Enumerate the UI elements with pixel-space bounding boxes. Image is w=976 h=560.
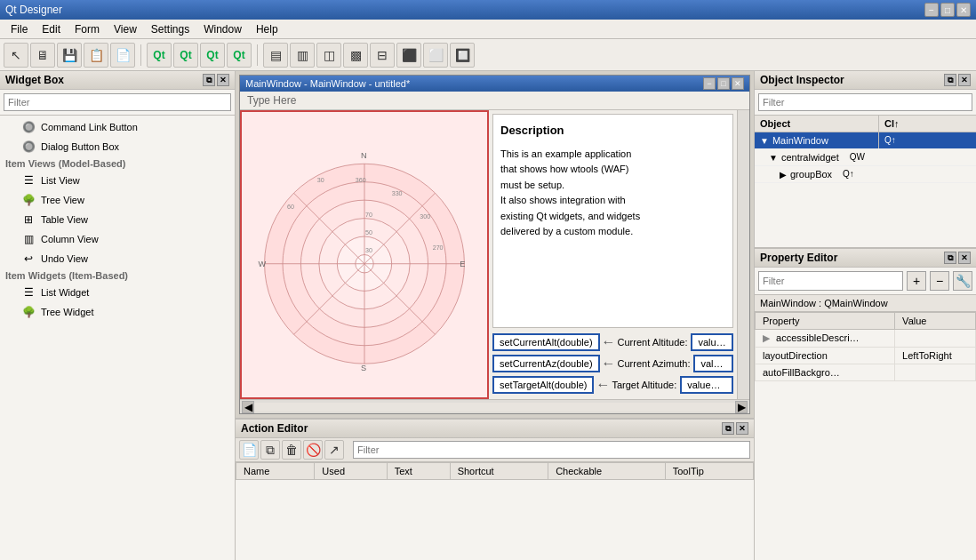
prop-col-value[interactable]: Value (895, 313, 976, 330)
obj-col-object: Object (755, 116, 879, 132)
design-win-min[interactable]: − (703, 77, 716, 90)
prop-row-accessibledescri[interactable]: ▶ accessibleDescri… (756, 330, 976, 348)
action-col-tooltip[interactable]: ToolTip (665, 463, 753, 480)
toolbar-layout2[interactable]: ▥ (290, 43, 315, 68)
property-wrench-btn[interactable]: 🔧 (953, 271, 972, 291)
close-btn[interactable]: ✕ (956, 3, 971, 17)
action-col-used[interactable]: Used (315, 463, 387, 480)
design-window-title-text: MainWindow - MainWindow - untitled* (245, 78, 410, 89)
svg-text:60: 60 (287, 204, 294, 211)
menu-help[interactable]: Help (249, 21, 285, 37)
toolbar-copy[interactable]: 📋 (84, 43, 108, 68)
widget-box-filter-input[interactable] (4, 93, 231, 111)
signal-source-3[interactable]: setTargetAlt(double) (492, 376, 594, 394)
menu-form[interactable]: Form (68, 21, 107, 37)
action-delete-btn[interactable]: 🗑 (282, 440, 301, 460)
action-col-shortcut[interactable]: Shortcut (450, 463, 548, 480)
property-add-btn[interactable]: + (907, 271, 926, 291)
toolbar-layout8[interactable]: 🔲 (450, 43, 475, 68)
minimize-btn[interactable]: − (924, 3, 939, 17)
toolbar-cursor[interactable]: ↖ (4, 43, 28, 68)
prop-col-property[interactable]: Property (756, 313, 895, 330)
signal-source-2[interactable]: setCurrentAz(double) (492, 355, 600, 372)
design-menubar-placeholder[interactable]: Type Here (240, 92, 749, 110)
obj-row-centralwidget[interactable]: ▼ centralwidget QW (755, 149, 976, 166)
prop-value-accessibledescri[interactable] (895, 330, 976, 348)
action-copy-btn[interactable]: ⧉ (260, 440, 280, 460)
object-inspector-close-icon[interactable]: ✕ (958, 74, 971, 86)
table-view-icon: ⊞ (21, 212, 36, 227)
widget-item-tree-widget[interactable]: 🌳 Tree Widget (0, 302, 235, 322)
toolbar-layout7[interactable]: ⬜ (423, 43, 448, 68)
restore-btn[interactable]: □ (940, 3, 955, 17)
widget-item-label: Tree Widget (41, 307, 94, 317)
widget-item-tree-view[interactable]: 🌳 Tree View (0, 190, 235, 210)
property-object-title: MainWindow : QMainWindow (755, 295, 976, 312)
object-inspector-filter-input[interactable] (758, 93, 972, 111)
action-editor-close-icon[interactable]: ✕ (736, 422, 748, 435)
toolbar-qt4[interactable]: Qt (227, 43, 252, 68)
menu-window[interactable]: Window (196, 21, 249, 37)
prop-value-autofill[interactable] (895, 364, 976, 381)
menu-file[interactable]: File (4, 21, 35, 37)
action-col-checkable[interactable]: Checkable (548, 463, 666, 480)
design-content: N E S W 360 330 300 270 30 60 70 50 (240, 110, 749, 399)
widget-item-column-view[interactable]: ▥ Column View (0, 229, 235, 249)
action-goto-btn[interactable]: ↗ (324, 440, 344, 460)
list-view-icon: ☰ (21, 173, 36, 188)
property-editor-float-icon[interactable]: ⧉ (944, 252, 956, 264)
menu-view[interactable]: View (107, 21, 144, 37)
signal-target-3[interactable]: valueChanged(doubl (680, 376, 733, 394)
action-col-name[interactable]: Name (236, 463, 315, 480)
toolbar-layout5[interactable]: ⊟ (370, 43, 395, 68)
widget-box-float-icon[interactable]: ⧉ (203, 74, 215, 86)
toolbar-new[interactable]: 📄 (110, 43, 135, 68)
toolbar-save[interactable]: 💾 (57, 43, 82, 68)
signal-target-1[interactable]: valueChanged(doubl (691, 333, 733, 351)
window-controls: − □ ✕ (924, 3, 971, 17)
widget-box-close-icon[interactable]: ✕ (217, 74, 229, 86)
action-new-btn[interactable]: 📄 (239, 440, 259, 460)
signal-source-1[interactable]: setCurrentAlt(double) (492, 333, 600, 351)
obj-row-groupbox[interactable]: ▶ groupBox Q↑ (755, 166, 976, 183)
object-inspector-float-icon[interactable]: ⧉ (944, 74, 956, 86)
widget-item-list-view[interactable]: ☰ List View (0, 171, 235, 190)
toolbar-qt3[interactable]: Qt (200, 43, 225, 68)
toolbar-layout6[interactable]: ⬛ (396, 43, 421, 68)
signals-area: Description This is an example applicati… (489, 110, 737, 399)
prop-row-autofill[interactable]: autoFillBackgro… (756, 364, 976, 381)
property-filter-input[interactable] (758, 271, 903, 291)
toolbar-layout4[interactable]: ▩ (343, 43, 368, 68)
action-disable-btn[interactable]: 🚫 (303, 440, 323, 460)
svg-text:30: 30 (365, 247, 372, 254)
toolbar-layout1[interactable]: ▤ (263, 43, 288, 68)
property-editor-close-icon[interactable]: ✕ (958, 252, 971, 264)
list-widget-icon: ☰ (21, 285, 36, 300)
menu-edit[interactable]: Edit (35, 21, 68, 37)
menu-settings[interactable]: Settings (144, 21, 196, 37)
scroll-left-btn[interactable]: ◀ (242, 401, 254, 413)
action-filter-input[interactable] (353, 441, 750, 459)
action-editor-float-icon[interactable]: ⧉ (722, 422, 734, 435)
design-scrollbar-right[interactable] (737, 110, 749, 399)
property-remove-btn[interactable]: − (930, 271, 949, 291)
toolbar-layout3[interactable]: ◫ (316, 43, 341, 68)
scroll-right-btn[interactable]: ▶ (735, 401, 748, 413)
design-win-max[interactable]: □ (717, 77, 730, 90)
widget-item-list-widget[interactable]: ☰ List Widget (0, 283, 235, 302)
design-scrollbar-bottom[interactable]: ◀ ▶ (240, 399, 749, 413)
toolbar-qt1[interactable]: Qt (147, 43, 172, 68)
prop-row-layoutdirection[interactable]: layoutDirection LeftToRight (756, 348, 976, 364)
toolbar-qt2[interactable]: Qt (173, 43, 198, 68)
prop-value-layoutdirection[interactable]: LeftToRight (895, 348, 976, 364)
widget-item-undo-view[interactable]: ↩ Undo View (0, 249, 235, 268)
action-col-text[interactable]: Text (387, 463, 450, 480)
widget-item-dialog-button-box[interactable]: 🔘 Dialog Button Box (0, 137, 235, 156)
signal-label-1: Current Altitude: (618, 337, 688, 348)
toolbar-screen[interactable]: 🖥 (30, 43, 55, 68)
design-win-close[interactable]: ✕ (732, 77, 744, 90)
widget-item-table-view[interactable]: ⊞ Table View (0, 210, 235, 229)
widget-item-command-link-button[interactable]: 🔘 Command Link Button (0, 117, 235, 137)
signal-target-2[interactable]: valueChanged(doubl (693, 355, 733, 372)
obj-row-mainwindow[interactable]: ▼ MainWindow Q↑ (755, 132, 976, 149)
